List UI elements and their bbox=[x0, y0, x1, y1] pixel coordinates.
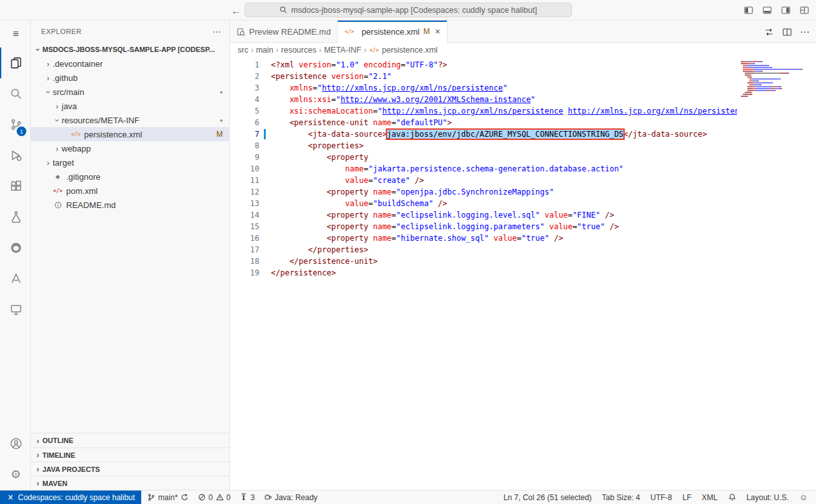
gutter bbox=[259, 59, 271, 71]
customize-layout-icon[interactable] bbox=[799, 5, 810, 15]
errors-icon bbox=[198, 493, 206, 501]
section-label: JAVA PROJECTS bbox=[42, 465, 100, 473]
line-number: 11 bbox=[230, 175, 259, 186]
chevron-right-icon: › bbox=[44, 73, 53, 83]
toggle-panel-icon[interactable] bbox=[762, 5, 772, 15]
tree-root-folder[interactable]: › MSDOCS-JBOSS-MYSQL-SAMPLE-APP [CODESP.… bbox=[31, 42, 229, 56]
split-editor-icon[interactable] bbox=[782, 27, 792, 37]
gutter bbox=[259, 267, 271, 279]
breadcrumb-item[interactable]: src bbox=[238, 46, 248, 55]
code-line-5[interactable]: 5xsi:schemaLocation="http://xmlns.jcp.or… bbox=[230, 105, 816, 117]
remote-explorer-view-icon[interactable] bbox=[0, 294, 30, 325]
encoding-indicator[interactable]: UTF-8 bbox=[647, 491, 675, 504]
line-number: 9 bbox=[230, 152, 259, 163]
code-line-10[interactable]: 10name="jakarta.persistence.schema-gener… bbox=[230, 163, 816, 175]
keyboard-layout-indicator[interactable]: Layout: U.S. bbox=[743, 491, 792, 504]
code-line-11[interactable]: 11value="create" /> bbox=[230, 175, 816, 186]
code-line-12[interactable]: 12<property name="openjpa.jdbc.Synchroni… bbox=[230, 186, 816, 198]
code-line-18[interactable]: 18</persistence-unit> bbox=[230, 256, 816, 267]
breadcrumb-item[interactable]: resources bbox=[281, 46, 317, 55]
gutter bbox=[259, 128, 271, 140]
tree-item-webapp[interactable]: ›webapp bbox=[31, 141, 229, 155]
code-line-16[interactable]: 16<property name="hibernate.show_sql" va… bbox=[230, 232, 816, 244]
command-center[interactable]: msdocs-jboss-mysql-sample-app [Codespace… bbox=[245, 3, 572, 17]
sidebar-section-maven[interactable]: ›MAVEN bbox=[31, 476, 229, 490]
breadcrumb-item[interactable]: main bbox=[256, 46, 273, 55]
testing-view-icon[interactable] bbox=[0, 202, 30, 232]
tab-persistence-xml[interactable]: </> persistence.xml M × bbox=[338, 21, 447, 43]
toggle-secondary-sidebar-icon[interactable] bbox=[781, 5, 791, 15]
language-mode-indicator[interactable]: XML bbox=[699, 491, 721, 504]
code-line-8[interactable]: 8<properties> bbox=[230, 140, 816, 152]
tree-item-readme-md[interactable]: README.md bbox=[31, 198, 229, 212]
section-label: OUTLINE bbox=[42, 437, 73, 444]
code-line-19[interactable]: 19</persistence> bbox=[230, 267, 816, 279]
feedback-smiley-icon[interactable]: ☺ bbox=[796, 491, 811, 504]
tree-item--github[interactable]: ›.github bbox=[31, 71, 229, 85]
notifications-bell-icon[interactable] bbox=[725, 491, 740, 504]
problems-status[interactable]: 0 0 bbox=[195, 491, 234, 504]
tree-item-resources-meta-inf[interactable]: ›resources/META-INF● bbox=[31, 113, 229, 127]
tree-item--devcontainer[interactable]: ›.devcontainer bbox=[31, 56, 229, 71]
git-file-icon: ◆ bbox=[53, 173, 63, 180]
run-debug-view-icon[interactable] bbox=[0, 140, 30, 171]
source-control-view-icon[interactable]: 1 bbox=[0, 109, 30, 140]
code-line-13[interactable]: 13value="buildSchema" /> bbox=[230, 198, 816, 209]
menu-button[interactable]: ≡ bbox=[0, 21, 30, 48]
cursor-position[interactable]: Ln 7, Col 26 (51 selected) bbox=[500, 491, 595, 504]
tree-item-target[interactable]: ›target bbox=[31, 155, 229, 169]
sidebar-section-outline[interactable]: ›OUTLINE bbox=[31, 433, 229, 448]
code-line-1[interactable]: 1<?xml version="1.0" encoding="UTF-8"?> bbox=[230, 59, 816, 71]
tree-item-label: java bbox=[62, 101, 77, 111]
sidebar-section-java-projects[interactable]: ›JAVA PROJECTS bbox=[31, 462, 229, 476]
toggle-primary-sidebar-icon[interactable] bbox=[743, 5, 754, 15]
accounts-icon[interactable] bbox=[0, 428, 30, 459]
remote-indicator[interactable]: Codespaces: cuddly space halibut bbox=[0, 491, 141, 504]
code-line-17[interactable]: 17</properties> bbox=[230, 244, 816, 256]
tree-item--gitignore[interactable]: ◆.gitignore bbox=[31, 169, 229, 184]
extensions-view-icon[interactable] bbox=[0, 171, 30, 202]
code-line-4[interactable]: 4xmlns:xsi="http://www.w3.org/2001/XMLSc… bbox=[230, 94, 816, 105]
remote-icon bbox=[6, 493, 15, 501]
code-line-2[interactable]: 2<persistence version="2.1" bbox=[230, 71, 816, 82]
breadcrumb-item[interactable]: persistence.xml bbox=[382, 46, 438, 55]
back-button[interactable]: ← bbox=[231, 5, 241, 16]
maven-file-icon: </> bbox=[53, 188, 63, 194]
tree-item-pom-xml[interactable]: </>pom.xml bbox=[31, 184, 229, 198]
code-line-3[interactable]: 3xmlns="http://xmlns.jcp.org/xml/ns/pers… bbox=[230, 82, 816, 94]
sidebar-section-timeline[interactable]: ›TIMELINE bbox=[31, 448, 229, 462]
explorer-more-actions-icon[interactable]: ⋯ bbox=[213, 26, 221, 37]
java-status[interactable]: Java: Ready bbox=[261, 491, 321, 504]
github-view-icon[interactable] bbox=[0, 232, 30, 263]
chevron-right-icon: › bbox=[53, 101, 62, 111]
settings-gear-icon[interactable]: ⚙ bbox=[0, 459, 30, 490]
more-actions-icon[interactable]: ⋯ bbox=[800, 26, 810, 38]
tree-item-label: .github bbox=[53, 73, 78, 83]
azure-view-icon[interactable] bbox=[0, 263, 30, 294]
tab-label: Preview README.md bbox=[249, 27, 331, 37]
tree-item-src-main[interactable]: ›src/main● bbox=[31, 85, 229, 99]
tree-item-persistence-xml[interactable]: </>persistence.xmlM bbox=[31, 127, 229, 141]
close-tab-icon[interactable]: × bbox=[435, 26, 440, 37]
branch-status[interactable]: main* bbox=[144, 491, 192, 504]
open-changes-icon[interactable] bbox=[764, 27, 774, 37]
code-line-6[interactable]: 6<persistence-unit name="defaultPU"> bbox=[230, 117, 816, 128]
tab-preview-readme[interactable]: Preview README.md bbox=[230, 21, 338, 43]
code-editor[interactable]: 1<?xml version="1.0" encoding="UTF-8"?>2… bbox=[230, 57, 816, 490]
editor-group: Preview README.md </> persistence.xml M … bbox=[230, 21, 816, 490]
file-tree: ›.devcontainer›.github›src/main●›java›re… bbox=[31, 56, 229, 433]
code-line-7[interactable]: 7<jta-data-source>java:jboss/env/jdbc/AZ… bbox=[230, 128, 816, 140]
explorer-view-icon[interactable] bbox=[0, 48, 30, 78]
minimap[interactable] bbox=[737, 57, 816, 490]
breadcrumb-item[interactable]: META-INF bbox=[324, 46, 361, 55]
eol-indicator[interactable]: LF bbox=[679, 491, 695, 504]
xml-file-icon: </> bbox=[369, 48, 379, 53]
code-line-9[interactable]: 9<property bbox=[230, 152, 816, 163]
search-view-icon[interactable] bbox=[0, 78, 30, 109]
tab-size-indicator[interactable]: Tab Size: 4 bbox=[599, 491, 643, 504]
ports-status[interactable]: 3 bbox=[236, 491, 258, 504]
tree-item-java[interactable]: ›java bbox=[31, 99, 229, 113]
code-line-15[interactable]: 15<property name="eclipselink.logging.pa… bbox=[230, 221, 816, 232]
code-line-14[interactable]: 14<property name="eclipselink.logging.le… bbox=[230, 209, 816, 221]
tab-modified-badge: M bbox=[423, 27, 430, 36]
